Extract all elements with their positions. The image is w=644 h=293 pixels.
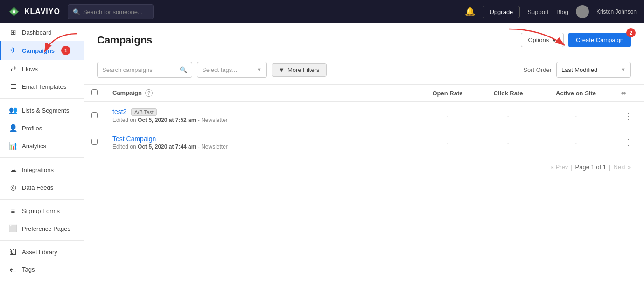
campaigns-table: Campaign ? Open Rate Click Rate Active o… <box>84 84 644 156</box>
sidebar: ⊞ Dashboard ✈ Campaigns 1 ⇄ Flows ☰ Emai… <box>0 23 84 293</box>
edited-on-label: Edited on <box>112 117 138 123</box>
sidebar-label-integrations: Integrations <box>22 166 54 173</box>
sidebar-label-asset-library: Asset Library <box>22 249 57 256</box>
sidebar-item-tags[interactable]: 🏷 Tags <box>0 261 84 278</box>
table-header-row: Campaign ? Open Rate Click Rate Active o… <box>84 85 644 102</box>
resize-columns-icon[interactable]: ⇔ <box>621 89 626 97</box>
more-filters-button[interactable]: ▼ More Filters <box>272 63 327 77</box>
sidebar-item-preference-pages[interactable]: ⬜ Preference Pages <box>0 220 84 237</box>
sidebar-label-lists-segments: Lists & Segments <box>22 107 69 114</box>
page-header: Campaigns Options ▼ Create Campaign 2 <box>84 23 644 55</box>
annotation-1: 1 <box>61 46 70 55</box>
avatar[interactable] <box>576 5 589 18</box>
email-templates-icon: ☰ <box>9 82 17 91</box>
search-bar[interactable]: 🔍 <box>68 4 154 19</box>
sort-order-select[interactable]: Last Modified ▼ <box>556 62 631 78</box>
sidebar-label-analytics: Analytics <box>22 143 46 150</box>
row-checkbox-cell <box>84 102 105 129</box>
sidebar-label-email-templates: Email Templates <box>22 83 66 90</box>
row-actions-cell: ⋮ <box>613 102 644 129</box>
open-rate-column-header: Open Rate <box>417 85 478 102</box>
data-feeds-icon: ◎ <box>9 183 17 192</box>
table-row: test2 A/B Test Edited on Oct 5, 2020 at … <box>84 102 644 129</box>
row-actions-button[interactable]: ⋮ <box>621 136 637 149</box>
search-input[interactable] <box>83 8 148 15</box>
select-all-checkbox[interactable] <box>91 89 98 95</box>
campaign-meta: Edited on Oct 5, 2020 at 7:44 am - Newsl… <box>112 143 410 150</box>
sidebar-label-campaigns: Campaigns <box>22 47 55 54</box>
edited-on-date: Oct 5, 2020 at 7:44 am <box>138 143 196 150</box>
pagination-separator-2: | <box>609 164 610 171</box>
row-checkbox[interactable] <box>91 112 98 118</box>
upgrade-button[interactable]: Upgrade <box>483 6 520 18</box>
dashboard-icon: ⊞ <box>9 28 17 36</box>
edited-on-label: Edited on <box>112 143 138 150</box>
pagination-separator-1: | <box>571 164 572 171</box>
search-campaigns-input[interactable] <box>102 66 177 73</box>
analytics-icon: 📊 <box>9 142 17 150</box>
user-name: Kristen Johnson <box>596 8 637 15</box>
blog-link[interactable]: Blog <box>556 8 568 15</box>
lists-segments-icon: 👥 <box>9 106 17 114</box>
active-on-site-column-header: Active on Site <box>539 85 613 102</box>
sidebar-item-data-feeds[interactable]: ◎ Data Feeds <box>0 179 84 196</box>
search-campaigns-field[interactable]: 🔍 <box>97 62 192 78</box>
notification-bell-icon[interactable]: 🔔 <box>465 7 475 17</box>
sidebar-label-preference-pages: Preference Pages <box>22 225 70 232</box>
tags-select[interactable]: Select tags... ▼ <box>197 62 267 78</box>
flows-icon: ⇄ <box>9 64 17 73</box>
page-info: Page 1 of 1 <box>575 164 607 171</box>
sidebar-divider-4 <box>0 240 84 241</box>
campaign-cell: test2 A/B Test Edited on Oct 5, 2020 at … <box>105 102 417 129</box>
campaign-help-icon[interactable]: ? <box>145 89 153 97</box>
campaign-meta: Edited on Oct 5, 2020 at 7:52 am - Newsl… <box>112 117 410 123</box>
sort-selected-value: Last Modified <box>561 66 597 73</box>
sidebar-item-integrations[interactable]: ☁ Integrations <box>0 161 84 179</box>
search-campaigns-icon: 🔍 <box>180 66 187 73</box>
main-content: Campaigns Options ▼ Create Campaign 2 <box>84 23 644 293</box>
row-actions-button[interactable]: ⋮ <box>621 110 637 122</box>
tags-placeholder: Select tags... <box>202 66 237 73</box>
ab-test-badge: A/B Test <box>131 108 157 116</box>
asset-library-icon: 🖼 <box>9 248 17 256</box>
campaigns-icon: ✈ <box>9 46 17 55</box>
sidebar-divider-3 <box>0 199 84 200</box>
options-label: Options <box>528 36 549 43</box>
campaign-name-link[interactable]: Test Campaign <box>112 135 156 143</box>
sidebar-item-flows[interactable]: ⇄ Flows <box>0 60 84 78</box>
support-link[interactable]: Support <box>527 8 549 15</box>
campaign-cell: Test Campaign Edited on Oct 5, 2020 at 7… <box>105 129 417 156</box>
logo[interactable]: KLAVIYO <box>7 5 60 18</box>
select-all-checkbox-header <box>84 85 105 102</box>
header-actions: Options ▼ Create Campaign 2 <box>521 33 631 47</box>
sidebar-item-asset-library[interactable]: 🖼 Asset Library <box>0 243 84 261</box>
sidebar-item-campaigns[interactable]: ✈ Campaigns 1 <box>0 41 84 60</box>
sidebar-divider-2 <box>0 157 84 158</box>
sidebar-item-signup-forms[interactable]: ≡ Signup Forms <box>0 202 84 220</box>
active-on-site-cell: - <box>539 129 613 156</box>
next-page-link[interactable]: Next » <box>613 164 631 171</box>
sidebar-label-tags: Tags <box>22 266 35 273</box>
sidebar-item-email-templates[interactable]: ☰ Email Templates <box>0 78 84 95</box>
sort-order-section: Sort Order Last Modified ▼ <box>523 62 631 78</box>
sidebar-item-analytics[interactable]: 📊 Analytics <box>0 137 84 155</box>
create-campaign-button[interactable]: Create Campaign <box>568 33 631 47</box>
campaign-name-link[interactable]: test2 <box>112 108 126 115</box>
profiles-icon: 👤 <box>9 124 17 132</box>
row-checkbox[interactable] <box>91 139 98 145</box>
click-rate-cell: - <box>478 102 539 129</box>
options-button[interactable]: Options ▼ <box>521 33 564 47</box>
sidebar-divider-1 <box>0 98 84 99</box>
click-rate-column-header: Click Rate <box>478 85 539 102</box>
sidebar-label-dashboard: Dashboard <box>22 29 52 36</box>
sidebar-item-lists-segments[interactable]: 👥 Lists & Segments <box>0 101 84 119</box>
sidebar-item-dashboard[interactable]: ⊞ Dashboard <box>0 23 84 41</box>
sidebar-item-profiles[interactable]: 👤 Profiles <box>0 119 84 137</box>
prev-page-link[interactable]: « Prev <box>551 164 568 171</box>
campaign-column-label: Campaign <box>112 89 142 96</box>
options-chevron-icon: ▼ <box>552 37 557 43</box>
sort-chevron-icon: ▼ <box>621 67 626 72</box>
more-filters-label: More Filters <box>287 66 320 73</box>
sidebar-label-profiles: Profiles <box>22 125 42 132</box>
tags-icon: 🏷 <box>9 265 17 273</box>
